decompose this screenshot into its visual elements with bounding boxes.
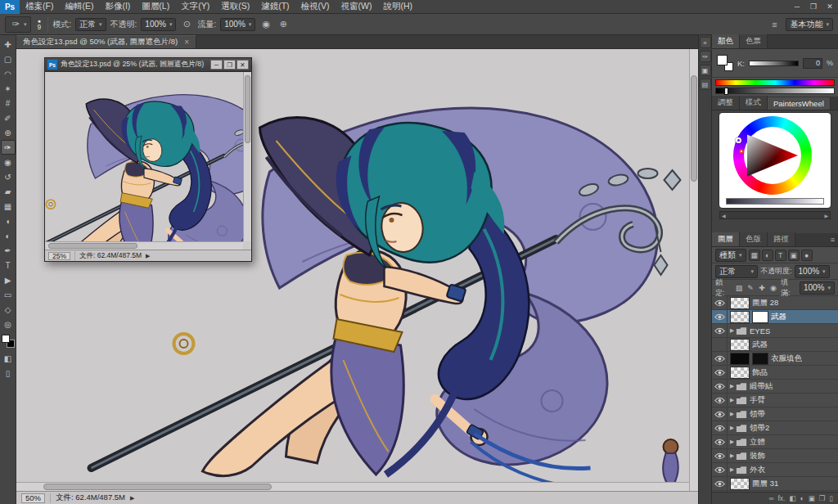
layer-name[interactable]: 武器 (771, 312, 786, 322)
add-layer-mask-icon[interactable]: ◧ (789, 494, 795, 502)
zoom-tool[interactable]: ◎ (1, 317, 16, 331)
quick-mask-button[interactable]: ◧ (1, 351, 16, 366)
floating-document-window[interactable]: Ps 角色設定13.psd @ 25% (武器, 圖層遮色片/8) ─❐✕ 25… (44, 57, 252, 262)
rectangular-marquee-tool[interactable]: ▢ (1, 52, 16, 66)
brush-size-picker[interactable]: ● 9 (35, 18, 44, 31)
minimize-button[interactable]: ─ (789, 0, 805, 13)
visibility-toggle[interactable] (712, 463, 728, 476)
flow-dropdown[interactable]: 100% ▾ (220, 18, 255, 31)
scroll-left-icon[interactable]: ◀ (722, 213, 726, 218)
rectangle-tool[interactable]: ▭ (1, 287, 16, 302)
layer-name[interactable]: 領帶 (750, 409, 765, 420)
close-button[interactable]: ✕ (822, 0, 838, 13)
status-arrow-icon[interactable]: ▶ (146, 253, 150, 259)
group-expand-arrow[interactable]: ▶ (730, 327, 734, 334)
pressure-size-icon[interactable]: ⊕ (277, 19, 290, 29)
history-brush-tool[interactable]: ↺ (1, 169, 16, 184)
brush-panel-icon[interactable]: ✑ (700, 51, 711, 62)
tab-painterswheel[interactable]: PaintersWheel (768, 97, 831, 110)
layer-thumbnail[interactable] (730, 297, 750, 309)
grayscale-ramp[interactable] (715, 88, 835, 94)
expand-panels-icon[interactable]: « (700, 37, 711, 48)
layer-thumbnail[interactable] (730, 367, 750, 379)
histogram-panel-icon[interactable]: ▤ (700, 79, 711, 90)
layer-row[interactable]: ▶ 圖層 28 (712, 296, 838, 310)
layer-name[interactable]: 飾品 (752, 367, 768, 378)
float-maximize-button[interactable]: ❐ (223, 60, 236, 70)
scrollbar-thumb[interactable] (43, 484, 272, 490)
scroll-right-icon[interactable]: ▶ (824, 213, 828, 218)
layer-row[interactable]: ▶ 飾品 (712, 366, 838, 380)
layer-name[interactable]: 武器 (752, 340, 768, 350)
brush-tool[interactable]: ✑ (1, 140, 16, 155)
layer-thumbnail[interactable] (730, 478, 750, 490)
group-expand-arrow[interactable]: ▶ (730, 397, 734, 403)
filter-smart-objects-icon[interactable]: ● (801, 250, 813, 261)
visibility-toggle[interactable] (712, 296, 728, 309)
layer-name[interactable]: 圖層 31 (752, 479, 778, 489)
menu-type[interactable]: 文字(Y) (175, 0, 215, 13)
layer-fill-dropdown[interactable]: 100% ▾ (800, 281, 835, 295)
layer-name[interactable]: 領帶2 (750, 423, 769, 434)
crop-tool[interactable]: # (1, 96, 16, 110)
pressure-opacity-icon[interactable]: ⊙ (180, 19, 193, 29)
layer-row[interactable]: ▶ 領帶2 (712, 421, 838, 435)
layer-thumbnail[interactable] (730, 353, 750, 365)
visibility-toggle[interactable] (712, 421, 728, 434)
move-tool[interactable]: ✚ (1, 37, 16, 52)
panel-toggle-icon[interactable]: ≡ (768, 20, 781, 29)
layer-row[interactable]: ▶ 領帶 (712, 407, 838, 421)
float-minimize-button[interactable]: ─ (210, 60, 223, 70)
painterswheel-widget[interactable] (719, 113, 831, 208)
visibility-toggle[interactable] (712, 352, 728, 365)
delete-layer-icon[interactable]: ▯ (829, 494, 833, 502)
pen-tool[interactable]: ✒ (1, 243, 16, 258)
eyedropper-tool[interactable]: ✐ (1, 110, 16, 125)
layer-name[interactable]: 圖層 28 (752, 298, 778, 308)
tab-paths[interactable]: 路徑 (768, 232, 795, 246)
foreground-color-swatch[interactable] (2, 335, 10, 343)
layer-name[interactable]: 立體 (750, 437, 765, 448)
zoom-level-field[interactable]: 50% (21, 493, 45, 503)
workspace-switcher[interactable]: 基本功能 ▾ (786, 18, 833, 31)
group-expand-arrow[interactable]: ▶ (730, 411, 734, 417)
layer-row[interactable]: ▶ 手臂 (712, 394, 838, 407)
visibility-toggle[interactable] (712, 407, 728, 421)
lock-pixels-icon[interactable]: ✎ (746, 284, 755, 292)
color-swatch-widget[interactable] (717, 55, 733, 71)
group-expand-arrow[interactable]: ▶ (730, 383, 734, 389)
clone-stamp-tool[interactable]: ◉ (1, 155, 16, 169)
layer-thumbnail[interactable] (730, 311, 750, 323)
path-selection-tool[interactable]: ▶ (1, 272, 16, 287)
opacity-dropdown[interactable]: 100% ▾ (141, 18, 176, 31)
hand-tool[interactable]: ◇ (1, 302, 16, 317)
tab-layers[interactable]: 圖層 (712, 232, 740, 246)
blend-mode-dropdown[interactable]: 正常 ▾ (75, 18, 106, 31)
layer-row[interactable]: ▶ 圖層 31 (712, 477, 838, 491)
scrollbar-thumb[interactable] (245, 75, 250, 143)
lock-all-icon[interactable]: ◉ (768, 284, 778, 292)
layer-thumbnail[interactable] (730, 339, 750, 351)
filter-type-layers-icon[interactable]: T (775, 250, 786, 261)
new-group-icon[interactable]: ▣ (809, 494, 815, 502)
dodge-tool[interactable]: ◐ (1, 228, 16, 243)
menu-edit[interactable]: 編輯(E) (59, 0, 99, 13)
layer-blend-mode-dropdown[interactable]: 正常 ▾ (715, 265, 758, 278)
new-layer-icon[interactable]: ❐ (819, 494, 826, 502)
hue-marker[interactable] (736, 137, 741, 143)
menu-window[interactable]: 視窗(W) (336, 0, 378, 13)
spectrum-ramp[interactable] (715, 79, 835, 86)
link-layers-icon[interactable]: ∞ (768, 494, 773, 502)
floating-window-canvas[interactable] (45, 72, 251, 250)
k-value-field[interactable]: 0 (803, 58, 822, 69)
lock-transparency-icon[interactable]: ▨ (734, 284, 744, 292)
type-tool[interactable]: T (1, 258, 16, 272)
panel-menu-icon[interactable]: ≡ (827, 236, 838, 244)
clone-source-panel-icon[interactable]: ▣ (700, 65, 711, 76)
healing-brush-tool[interactable]: ⊕ (1, 125, 16, 140)
tab-swatches[interactable]: 色票 (740, 34, 768, 48)
foreground-background-swatches[interactable] (2, 335, 15, 348)
eraser-tool[interactable]: ▰ (1, 184, 16, 199)
layer-row[interactable]: ▶ 武器 (712, 310, 838, 324)
filter-shape-layers-icon[interactable]: ▣ (788, 250, 800, 261)
